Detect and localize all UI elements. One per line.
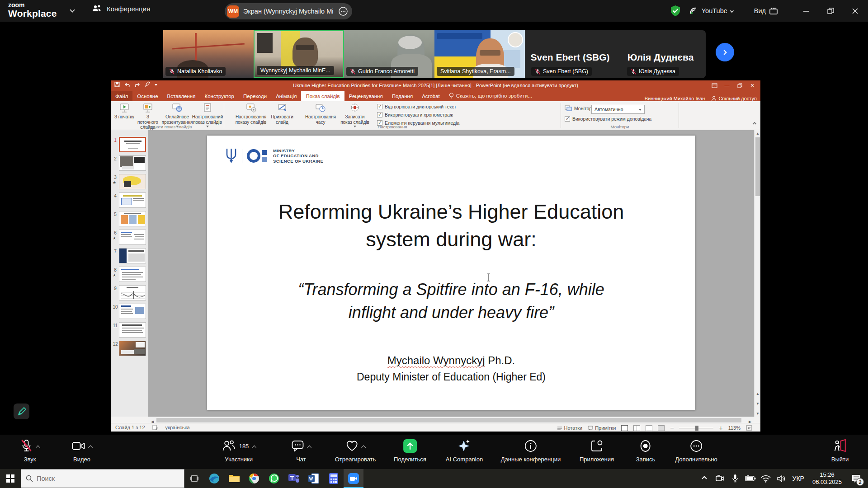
audio-only-tile[interactable]: Sven Ebert (SBG) Sven Ebert (SBG)	[525, 30, 615, 78]
chat-options-chevron[interactable]	[307, 445, 311, 450]
audio-button[interactable]: Звук	[20, 438, 40, 463]
from-beginning-button[interactable]: З початку	[113, 103, 136, 120]
tab-home[interactable]: Основне	[132, 91, 162, 101]
tab-file[interactable]: Файл	[111, 91, 132, 101]
chevron-down-icon[interactable]	[70, 7, 75, 12]
video-tile[interactable]: Nataliia Kholiavko	[163, 30, 254, 78]
share-screen-button[interactable]: Поделиться	[394, 438, 426, 463]
reading-view-button[interactable]	[646, 425, 652, 431]
participants-button[interactable]: 185 Участники	[222, 438, 256, 463]
taskbar-clock[interactable]: 15:26 06.03.2025	[809, 471, 845, 486]
zoom-percent[interactable]: 113%	[728, 425, 741, 431]
chat-button[interactable]: Чат	[292, 438, 311, 463]
teams-app-icon[interactable]	[284, 469, 304, 488]
audio-only-tile[interactable]: Юлія Дуднєва Юлія Дуднєва	[615, 30, 706, 78]
video-button[interactable]: Видео	[72, 438, 92, 463]
calculator-app-icon[interactable]	[324, 469, 344, 488]
scroll-down-icon[interactable]: ▼	[755, 410, 761, 417]
participants-options-chevron[interactable]	[252, 445, 256, 450]
present-online-button[interactable]: Онлайнове презентування	[163, 103, 191, 127]
video-options-chevron[interactable]	[88, 445, 93, 450]
play-narrations-checkbox[interactable]: Відтворювати дикторський текст	[377, 104, 456, 109]
slide-thumbnail[interactable]	[119, 155, 146, 171]
tab-design[interactable]: Конструктор	[200, 91, 239, 101]
live-stream-indicator[interactable]: YouTube	[689, 7, 733, 15]
word-app-icon[interactable]	[304, 469, 324, 488]
minimize-button[interactable]	[799, 4, 813, 18]
horizontal-scrollbar[interactable]: ◀ ▶	[148, 417, 754, 423]
meet-now-icon[interactable]	[713, 469, 726, 488]
tell-me-box[interactable]: Скажіть, що потрібно зробити...	[444, 90, 537, 101]
audio-options-chevron[interactable]	[36, 445, 40, 450]
tab-slideshow-active[interactable]: Показ слайдів	[301, 91, 344, 101]
leave-meeting-button[interactable]: Выйти	[831, 438, 849, 463]
video-tile[interactable]: Svitlana Shytikova, Erasm...	[434, 30, 525, 78]
edge-app-icon[interactable]	[204, 469, 224, 488]
slideshow-view-button[interactable]	[658, 425, 665, 431]
slide-thumbnail[interactable]	[119, 322, 146, 338]
view-button[interactable]: Вид	[754, 7, 778, 14]
ribbon-display-options-icon[interactable]	[708, 80, 721, 90]
security-shield-icon[interactable]	[670, 5, 681, 17]
rehearse-timings-button[interactable]: Настроювання часу	[304, 103, 337, 125]
slide-thumbnail[interactable]	[119, 211, 146, 226]
slide-thumbnail[interactable]	[119, 174, 146, 189]
search-input[interactable]	[37, 475, 168, 482]
chrome-app-icon[interactable]	[244, 469, 264, 488]
task-view-button[interactable]	[184, 469, 204, 488]
tab-review[interactable]: Рецензування	[344, 91, 387, 101]
normal-view-button[interactable]	[621, 425, 628, 431]
language-indicator[interactable]: УКР	[790, 475, 807, 482]
slide-thumbnail[interactable]	[119, 267, 146, 282]
account-name[interactable]: Винницький Михайло Іван	[645, 96, 705, 101]
slide-thumbnail[interactable]	[119, 341, 146, 356]
tab-animations[interactable]: Анімація	[271, 91, 301, 101]
slide-thumbnail[interactable]	[119, 230, 146, 245]
react-options-chevron[interactable]	[361, 445, 366, 450]
tab-transitions[interactable]: Переходи	[239, 91, 271, 101]
previous-slide-icon[interactable]: ▲	[755, 390, 761, 397]
meeting-info-button[interactable]: Данные конференции	[501, 438, 561, 463]
video-tile[interactable]: Guido Franco Amoretti	[344, 30, 434, 78]
collapse-ribbon-button[interactable]	[753, 119, 756, 127]
tab-insert[interactable]: Вставлення	[163, 91, 200, 101]
scrollbar-thumb[interactable]	[755, 137, 760, 196]
battery-icon[interactable]	[744, 469, 757, 488]
zoom-out-button[interactable]: −	[670, 424, 674, 432]
language-indicator[interactable]: українська	[165, 425, 190, 430]
hidden-icons-chevron[interactable]	[698, 469, 711, 488]
vertical-scrollbar[interactable]: ▲ ▲ ▼ ▼	[754, 130, 760, 417]
fit-to-window-icon[interactable]	[746, 425, 752, 431]
share-document-button[interactable]: Спільний доступ	[711, 96, 757, 101]
zoom-in-button[interactable]: +	[719, 424, 722, 432]
restore-button[interactable]	[733, 80, 746, 90]
start-button[interactable]	[0, 469, 21, 488]
volume-icon[interactable]	[774, 469, 788, 488]
tab-view[interactable]: Подання	[387, 91, 417, 101]
slide-sorter-view-button[interactable]	[633, 425, 640, 431]
custom-slideshow-button[interactable]: Настроюваний показ слайдів	[193, 103, 222, 127]
meeting-tab[interactable]: Конференция	[92, 5, 150, 13]
use-timings-checkbox[interactable]: Використовувати хронометраж	[377, 112, 453, 117]
video-tile-active-speaker[interactable]: Wynnyckyj Mychailo MinE...	[254, 30, 344, 78]
scrollbar-thumb[interactable]	[156, 418, 741, 422]
zoom-slider-thumb[interactable]	[695, 426, 698, 431]
slide-thumbnail[interactable]	[119, 192, 146, 208]
react-button[interactable]: Отреагировать	[335, 438, 376, 463]
close-button[interactable]	[848, 4, 862, 18]
apps-button[interactable]: Приложения	[580, 438, 614, 463]
setup-slideshow-button[interactable]: Настроювання показу слайдів	[234, 103, 268, 125]
minimize-button[interactable]: —	[721, 80, 733, 90]
zoom-slider[interactable]	[679, 428, 713, 428]
notes-button[interactable]: Нотатки	[557, 425, 583, 431]
microphone-tray-icon[interactable]	[728, 469, 742, 488]
more-options-icon[interactable]	[338, 6, 349, 17]
slide-canvas[interactable]: MINISTRY OF EDUCATION AND SCIENCE OF UKR…	[148, 130, 754, 417]
spellcheck-icon[interactable]	[152, 424, 158, 430]
slide-thumbnail[interactable]	[119, 248, 146, 263]
ai-companion-button[interactable]: AI Companion	[446, 438, 483, 463]
slide-thumbnail[interactable]	[119, 137, 146, 152]
slide-thumbnail[interactable]	[119, 285, 146, 300]
whatsapp-app-icon[interactable]	[264, 469, 284, 488]
slide-thumbnail[interactable]	[119, 304, 146, 319]
